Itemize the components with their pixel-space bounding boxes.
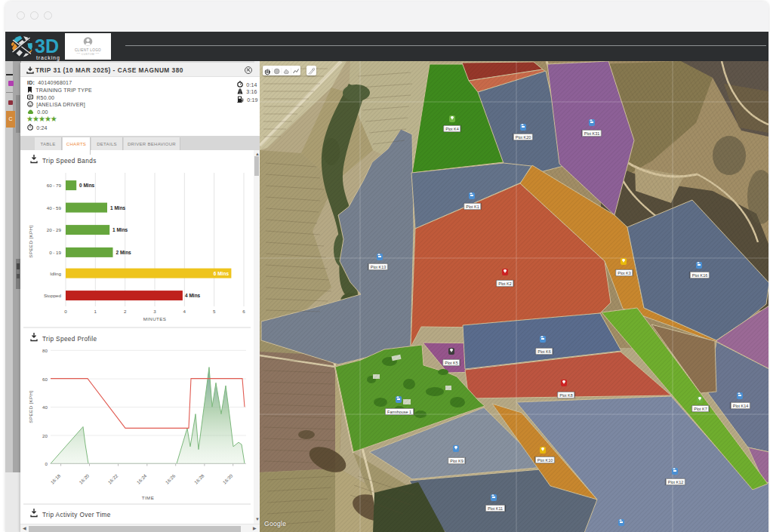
svg-text:Trip Speed Bands: Trip Speed Bands	[42, 158, 97, 165]
svg-text:16:28: 16:28	[193, 472, 205, 484]
svg-text:SPEED [KPH]: SPEED [KPH]	[28, 225, 33, 257]
svg-text:0: 0	[64, 309, 67, 314]
svg-text:2: 2	[124, 309, 127, 314]
svg-text:6 Mins: 6 Mins	[214, 271, 229, 276]
svg-text:16:22: 16:22	[106, 472, 119, 484]
svg-text:Trip Speed Profile: Trip Speed Profile	[42, 336, 97, 343]
svg-text:16:30: 16:30	[222, 472, 234, 484]
svg-text:0: 0	[45, 461, 48, 466]
svg-text:4 Mins: 4 Mins	[185, 293, 201, 298]
svg-text:SPEED [KPH]: SPEED [KPH]	[28, 390, 33, 423]
svg-text:0 Mins: 0 Mins	[79, 183, 95, 188]
svg-text:16:26: 16:26	[165, 472, 177, 484]
svg-text:0 - 19: 0 - 19	[49, 250, 61, 255]
svg-text:Trip Activity Over Time: Trip Activity Over Time	[42, 512, 111, 518]
svg-text:16:18: 16:18	[49, 472, 61, 484]
svg-text:16:24: 16:24	[136, 472, 148, 484]
svg-text:2 Mins: 2 Mins	[116, 250, 132, 255]
svg-text:40 - 59: 40 - 59	[47, 205, 62, 211]
svg-text:20 - 29: 20 - 29	[47, 227, 62, 232]
svg-text:6: 6	[242, 309, 245, 314]
svg-text:60 - 79: 60 - 79	[47, 183, 62, 188]
svg-text:TIME: TIME	[142, 495, 154, 500]
svg-text:20: 20	[42, 433, 48, 438]
svg-text:4: 4	[183, 309, 186, 314]
svg-text:3: 3	[153, 309, 156, 314]
svg-text:40: 40	[42, 404, 48, 410]
svg-text:1 Mins: 1 Mins	[112, 227, 128, 232]
svg-text:Stopped: Stopped	[44, 293, 62, 298]
svg-text:16:20: 16:20	[78, 472, 90, 484]
svg-text:CLIENT LOGO: CLIENT LOGO	[75, 48, 101, 52]
svg-text:80: 80	[42, 348, 48, 353]
svg-text:*** CUSTOM ***: *** CUSTOM ***	[76, 53, 99, 56]
svg-text:Idling: Idling	[50, 271, 61, 276]
svg-text:tracking: tracking	[36, 55, 60, 61]
svg-text:1: 1	[94, 309, 97, 314]
svg-text:60: 60	[42, 377, 48, 382]
svg-text:1 Mins: 1 Mins	[110, 205, 126, 211]
svg-text:5: 5	[213, 309, 216, 314]
svg-text:3D: 3D	[35, 35, 59, 57]
svg-text:MINUTES: MINUTES	[143, 316, 167, 321]
